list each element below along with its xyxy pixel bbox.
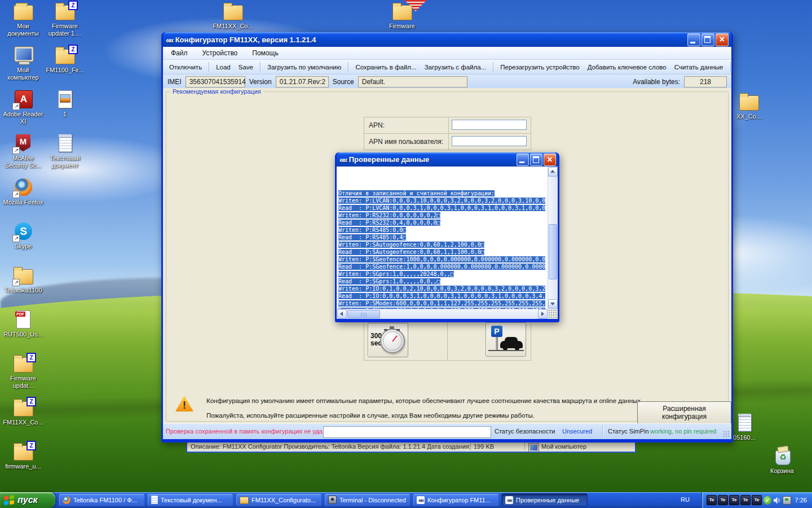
desktop-icon[interactable]: FM1100_Fir... — [44, 45, 86, 89]
version-label: Version — [249, 78, 272, 86]
console-line: Writen: P:SModes:600,0,0,0,0,1,1,127,255… — [338, 300, 548, 307]
teltonika-tray-icon[interactable]: Te — [707, 495, 717, 505]
language-indicator[interactable]: RU — [681, 496, 690, 503]
menu-item[interactable]: Помощь — [252, 49, 278, 57]
desktop-icon[interactable]: Firmware updater 1.... — [44, 1, 86, 45]
toolbar-button[interactable]: Загрузить по умолчанию — [263, 62, 348, 72]
taskbar-task-button[interactable]: Конфигуратор FM11... — [413, 493, 499, 506]
windows-logo-icon — [4, 495, 14, 505]
desktop-icon-label: Firmware — [389, 23, 415, 30]
apn-input[interactable] — [452, 120, 527, 130]
dialog-resize-grip[interactable] — [548, 309, 558, 319]
dialog-maximize-button[interactable] — [530, 154, 542, 166]
shortcut-arrow-icon — [12, 279, 20, 286]
desktop-icon-label: FM11XX_Co... — [3, 419, 43, 426]
volume-tray-icon[interactable] — [773, 496, 781, 505]
desktop-icon[interactable]: Adobe Reader XI — [2, 89, 44, 133]
horizontal-scrollbar[interactable] — [337, 309, 548, 319]
toolbar-button[interactable]: Считать данные — [670, 62, 731, 72]
console-line-text: Writen: P:LVCAN:0,0,0,3,10,0,0,0,3,2,0,0… — [338, 198, 545, 204]
desktop-icon-image — [12, 133, 34, 154]
teltonika-tray-icon[interactable]: Te — [740, 495, 751, 505]
toolbar-button[interactable]: Загрузить с файла... — [421, 62, 494, 72]
recycle-bin-image — [771, 446, 793, 466]
timer-300sec-button[interactable]: 300sec — [368, 323, 408, 357]
minimize-button[interactable] — [687, 33, 700, 46]
toolbar-button[interactable]: Сохранить в файл... — [351, 62, 420, 72]
desktop-icon[interactable]: RUT500_Us... — [2, 309, 44, 353]
scroll-left-button[interactable] — [337, 309, 347, 319]
title-bar[interactable]: «« Конфигуратор FM11XX, версия 1.1.21.4 — [163, 32, 731, 47]
menu-item[interactable]: Файл — [171, 49, 188, 57]
advanced-configuration-button[interactable]: Расширенная конфигурация — [637, 401, 731, 424]
recycle-bin-icon[interactable]: Корзина — [762, 446, 802, 475]
teltonika-tray-icon[interactable]: Te — [729, 495, 739, 505]
desktop-icon[interactable]: XX_Co... — [731, 91, 767, 120]
apn-username-input[interactable] — [452, 136, 527, 146]
menu-item[interactable]: Устройство — [202, 49, 238, 57]
console-line-text: Отличия в записанной и считанной конфигу… — [338, 190, 495, 196]
version-value: 01.21.07.Rev:2 — [276, 76, 329, 87]
location-text: Мой компьютер — [541, 443, 586, 450]
start-button-label: пуск — [17, 495, 38, 505]
close-button[interactable] — [716, 33, 729, 46]
desktop-icon-label: Firmware updater 1.... — [44, 23, 86, 37]
desktop-icon[interactable]: Teltonika1100 — [2, 265, 44, 309]
desktop-icon[interactable]: Firmware updat... — [2, 353, 44, 397]
desktop-icon-label: Skype — [15, 243, 32, 250]
taskbar-task-button[interactable]: Teltonika FM1100 / Ф... — [59, 493, 145, 506]
console-line-text: Read : P:RS232:0,4,0,0,0,0,0□ — [338, 220, 440, 226]
desktop-icon[interactable]: Mozilla Firefox — [2, 177, 44, 221]
desktop-icon[interactable]: Мой компьютер — [2, 45, 44, 89]
vertical-scroll-thumb[interactable] — [549, 224, 557, 279]
scroll-down-button[interactable] — [548, 299, 558, 309]
desktop-icon[interactable]: Мои документы — [2, 1, 44, 45]
dialog-minimize-button[interactable] — [517, 154, 529, 166]
toolbar-button[interactable]: Load — [212, 62, 235, 72]
dialog-close-button[interactable] — [544, 154, 556, 166]
desktop-icon[interactable]: firmware_u... — [2, 441, 44, 485]
task-icon — [328, 496, 337, 504]
desktop-icon[interactable]: Текстовый документ — [44, 133, 86, 177]
dialog-title-bar[interactable]: «« Проверенные данные — [337, 152, 558, 167]
scroll-up-button[interactable] — [548, 167, 558, 177]
desktop-icon-label: firmware_u... — [5, 463, 41, 470]
console-line: Read : P:RS485:0,4□ — [338, 234, 548, 241]
taskbar-task-button[interactable]: Terminal - Disconnected — [324, 493, 411, 506]
start-button[interactable]: пуск — [0, 492, 55, 508]
statusbar-divider — [602, 426, 603, 437]
parking-mode-button[interactable]: P — [486, 322, 526, 357]
teltonika-tray-icon[interactable]: Te — [718, 495, 728, 505]
console-line: Read : P:RS232:0,4,0,0,0,0,0□ — [338, 219, 548, 226]
maximize-button[interactable] — [701, 33, 714, 46]
toolbar-button[interactable]: Отключить — [165, 62, 209, 72]
apn-form: APN: APN имя пользователя: — [364, 117, 531, 150]
toolbar-button[interactable]: Save — [235, 62, 261, 72]
horizontal-scroll-thumb[interactable] — [347, 310, 380, 318]
status-progress-field[interactable] — [323, 426, 491, 438]
desktop-icon[interactable]: FM11XX_Co... — [2, 397, 44, 441]
safely-remove-tray-icon[interactable] — [783, 496, 791, 505]
config-diff-console[interactable]: Отличия в записанной и считанной конфигу… — [337, 167, 548, 309]
taskbar-task-button[interactable]: Проверенные данные — [501, 493, 588, 506]
desktop-icon-label: Мой компьютер — [2, 67, 44, 81]
vertical-scrollbar[interactable] — [548, 167, 558, 309]
desktop-icon-image — [54, 45, 76, 65]
desktop-icon[interactable]: Skype — [2, 221, 44, 265]
update-check-tray-icon[interactable]: ✓ — [764, 496, 771, 505]
shortcut-arrow-icon — [12, 103, 20, 110]
desktop-icon[interactable]: McAfee Security Sc... — [2, 133, 44, 177]
desktop-icon[interactable]: 1 — [44, 89, 86, 133]
console-line-text: Writen: P:IO:0,1,0,0,2,10,0,0,0,0,3,2,0,… — [338, 286, 545, 292]
desktop-icon-label: 05160... — [733, 434, 756, 441]
taskbar-task-button[interactable]: Текстовый докумен... — [147, 493, 233, 506]
scroll-right-button[interactable] — [538, 309, 548, 319]
toolbar-button[interactable]: Добавить ключевое слово — [584, 62, 670, 72]
taskbar-task-button[interactable]: FM11XX_Configurato... — [236, 493, 322, 506]
console-line: Отличия в записанной и считанной конфигу… — [338, 190, 548, 197]
toolbar: ОтключитьLoadSaveЗагрузить по умолчаниюС… — [163, 60, 731, 75]
resize-grip[interactable] — [723, 431, 730, 438]
teltonika-tray-icon[interactable]: Te — [752, 495, 762, 505]
toolbar-button[interactable]: Перезагрузить устройство — [496, 62, 583, 72]
simpin-status-label: Статус SimPin — [608, 428, 649, 435]
